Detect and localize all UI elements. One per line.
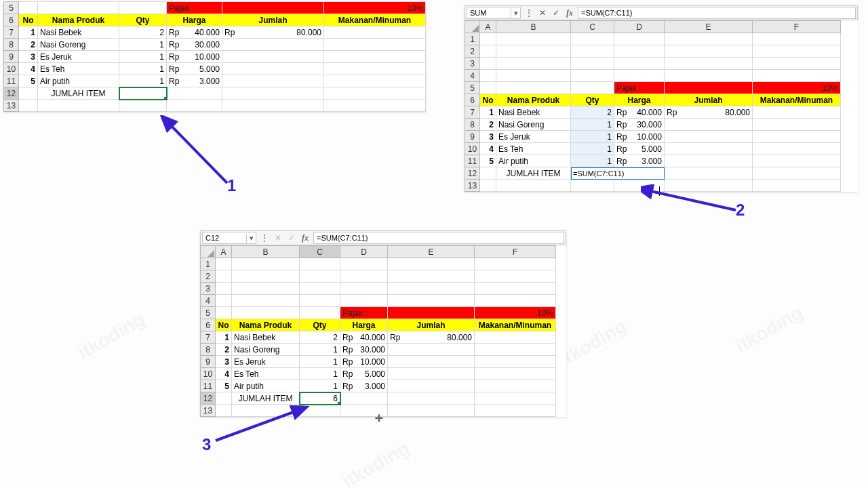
row-header[interactable]: 12 <box>201 392 216 405</box>
col-header[interactable]: E <box>388 246 475 258</box>
row-header[interactable]: 4 <box>201 295 216 307</box>
cell[interactable]: Air putih <box>232 380 300 392</box>
col-harga[interactable]: Harga <box>614 94 665 106</box>
row-header[interactable]: 1 <box>465 33 480 45</box>
cell[interactable] <box>324 26 426 39</box>
cell[interactable]: Es Teh <box>496 143 571 155</box>
cell[interactable]: 2 <box>216 344 232 356</box>
col-header[interactable]: D <box>614 21 665 33</box>
row-header[interactable]: 2 <box>465 45 480 58</box>
col-header[interactable]: B <box>232 246 300 258</box>
col-jumlah[interactable]: Jumlah <box>222 14 324 26</box>
cell[interactable]: Rp 3.000 <box>614 155 665 167</box>
cell[interactable]: 2 <box>119 26 167 39</box>
select-all-corner[interactable] <box>465 21 480 33</box>
col-header[interactable]: B <box>496 21 571 33</box>
spreadsheet-grid[interactable]: A B C D E F 1 2 3 4 5 Pajak : 10% 6 No N… <box>200 245 556 417</box>
selected-cell-c12[interactable] <box>119 87 167 100</box>
col-makmin[interactable]: Makanan/Minuman <box>324 14 426 26</box>
cell[interactable]: Rp80.000 <box>665 106 753 119</box>
col-jumlah[interactable]: Jumlah <box>665 94 753 106</box>
col-header[interactable]: F <box>475 246 556 258</box>
col-qty[interactable]: Qty <box>300 319 340 331</box>
cell[interactable]: Nasi Goreng <box>496 119 571 131</box>
select-all-corner[interactable] <box>201 246 216 258</box>
cell[interactable]: Es Teh <box>232 368 300 380</box>
cell[interactable]: 2 <box>480 119 496 131</box>
cell[interactable]: 4 <box>216 368 232 380</box>
col-header[interactable]: A <box>216 246 232 258</box>
cell[interactable]: Rp 10.000 <box>167 51 222 63</box>
row-header[interactable]: 7 <box>201 331 216 344</box>
editing-cell-c12[interactable]: =SUM(C7:C11) <box>571 167 665 180</box>
cell[interactable]: Es Jeruk <box>38 51 119 63</box>
col-qty[interactable]: Qty <box>571 94 614 106</box>
row-header[interactable]: 7 <box>465 106 480 119</box>
cell[interactable]: 5 <box>216 380 232 392</box>
col-header[interactable]: F <box>753 21 841 33</box>
cell[interactable]: 3 <box>19 51 38 63</box>
cell[interactable]: Es Teh <box>38 63 119 75</box>
cell[interactable]: Air putih <box>496 155 571 167</box>
cell[interactable]: Rp 40.000 <box>614 106 665 119</box>
row-header[interactable]: 8 <box>4 39 19 51</box>
pajak-label-cell[interactable]: Pajak : <box>340 307 388 319</box>
row-header[interactable]: 6 <box>201 319 216 331</box>
cell[interactable]: 1 <box>216 331 232 344</box>
cell[interactable]: Rp 30.000 <box>340 344 388 356</box>
cell[interactable]: Rp 5.000 <box>614 143 665 155</box>
col-makmin[interactable]: Makanan/Minuman <box>475 319 556 331</box>
cell[interactable]: Rp 40.000 <box>167 26 222 39</box>
row-header[interactable]: 5 <box>201 307 216 319</box>
spreadsheet-grid[interactable]: A B C D E F 1 2 3 4 5 Pajak : 10% 6 No N… <box>465 20 841 192</box>
cell[interactable]: 4 <box>480 143 496 155</box>
col-header[interactable]: C <box>571 21 614 33</box>
row-header[interactable]: 9 <box>465 131 480 143</box>
col-header[interactable]: E <box>665 21 753 33</box>
col-nama[interactable]: Nama Produk <box>232 319 300 331</box>
col-header[interactable]: D <box>340 246 388 258</box>
row-header[interactable]: 1 <box>201 258 216 270</box>
cell[interactable]: Es Jeruk <box>496 131 571 143</box>
col-harga[interactable]: Harga <box>340 319 388 331</box>
name-box[interactable]: C12 ▾ <box>202 232 256 244</box>
col-harga[interactable]: Harga <box>167 14 222 26</box>
cell[interactable]: Rp 40.000 <box>340 331 388 344</box>
formula-input[interactable]: =SUM(C7:C11) <box>313 232 564 244</box>
name-box-dropdown-icon[interactable]: ▾ <box>246 234 256 243</box>
cell[interactable]: 1 <box>300 368 340 380</box>
row-header[interactable]: 3 <box>465 58 480 70</box>
cell[interactable]: 5 <box>480 155 496 167</box>
row-header[interactable]: 13 <box>465 180 480 192</box>
cell[interactable]: 3 <box>216 356 232 368</box>
col-header[interactable]: C <box>300 246 340 258</box>
row-header[interactable]: 5 <box>465 82 480 94</box>
row-header[interactable]: 10 <box>201 368 216 380</box>
name-box[interactable]: SUM ▾ <box>467 7 521 19</box>
cell[interactable]: 5 <box>19 75 38 87</box>
row-header[interactable]: 11 <box>4 75 19 87</box>
cancel-icon[interactable]: ✕ <box>536 8 549 18</box>
col-nama[interactable]: Nama Produk <box>496 94 571 106</box>
col-no[interactable]: No <box>480 94 496 106</box>
fx-icon[interactable]: fx <box>298 233 312 243</box>
row-header[interactable]: 9 <box>4 51 19 63</box>
row-header[interactable]: 13 <box>4 100 19 112</box>
row-header[interactable]: 8 <box>201 344 216 356</box>
accept-icon[interactable]: ✓ <box>549 8 563 18</box>
cell[interactable]: 1 <box>571 131 614 143</box>
cell[interactable]: Nasi Goreng <box>232 344 300 356</box>
jumlah-item-label[interactable]: JUMLAH ITEM <box>496 167 571 180</box>
col-no[interactable]: No <box>19 14 38 26</box>
pajak-pct-cell[interactable]: 10% <box>475 307 556 319</box>
jumlah-item-label[interactable]: JUMLAH ITEM <box>38 87 119 100</box>
cell[interactable]: Rp 3.000 <box>167 75 222 87</box>
cell[interactable]: Nasi Goreng <box>38 39 119 51</box>
cell[interactable]: 2 <box>571 106 614 119</box>
row-header[interactable]: 6 <box>4 14 19 26</box>
row-header[interactable]: 4 <box>465 70 480 82</box>
cell[interactable]: 1 <box>119 39 167 51</box>
row-header[interactable]: 7 <box>4 26 19 39</box>
cell[interactable]: 1 <box>571 143 614 155</box>
cell[interactable]: Es Jeruk <box>232 356 300 368</box>
